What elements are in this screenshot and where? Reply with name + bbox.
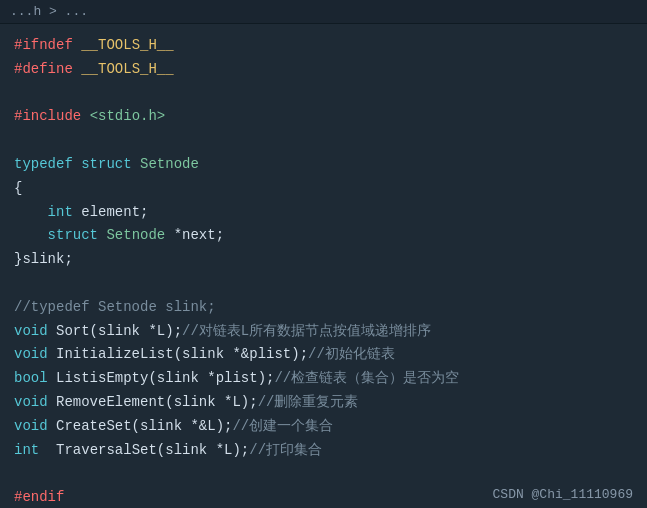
code-token <box>73 61 81 77</box>
code-line: void Sort(slink *L);//对链表L所有数据节点按值域递增排序 <box>14 320 633 344</box>
code-token: *next; <box>165 227 224 243</box>
code-token <box>14 204 48 220</box>
code-token: <stdio.h> <box>90 108 166 124</box>
code-token: Setnode <box>140 156 199 172</box>
code-token: CreateSet(slink *&L); <box>48 418 233 434</box>
code-token: struct <box>48 227 98 243</box>
code-area: #ifndef __TOOLS_H__#define __TOOLS_H__ #… <box>0 24 647 508</box>
breadcrumb-text: ...h > ... <box>10 4 88 19</box>
code-token <box>81 108 89 124</box>
code-token: Setnode <box>106 227 165 243</box>
code-token: Sort(slink *L); <box>48 323 182 339</box>
code-token: int <box>48 204 73 220</box>
code-line: { <box>14 177 633 201</box>
code-token: //删除重复元素 <box>258 394 359 410</box>
code-token <box>132 156 140 172</box>
code-token: void <box>14 418 48 434</box>
code-line: bool ListisEmpty(slink *plist);//检查链表（集合… <box>14 367 633 391</box>
code-line: struct Setnode *next; <box>14 224 633 248</box>
code-line: int TraversalSet(slink *L);//打印集合 <box>14 439 633 463</box>
code-line <box>14 272 633 296</box>
code-token: struct <box>81 156 131 172</box>
code-line: void InitializeList(slink *&plist);//初始化… <box>14 343 633 367</box>
code-token: #include <box>14 108 81 124</box>
code-token: __TOOLS_H__ <box>81 37 173 53</box>
code-line: void RemoveElement(slink *L);//删除重复元素 <box>14 391 633 415</box>
code-line: typedef struct Setnode <box>14 153 633 177</box>
code-line: void CreateSet(slink *&L);//创建一个集合 <box>14 415 633 439</box>
code-token: //检查链表（集合）是否为空 <box>274 370 459 386</box>
code-token: element; <box>73 204 149 220</box>
code-line <box>14 82 633 106</box>
code-token: ListisEmpty(slink *plist); <box>48 370 275 386</box>
code-token: InitializeList(slink *&plist); <box>48 346 308 362</box>
code-token: //typedef Setnode slink; <box>14 299 216 315</box>
watermark: CSDN @Chi_11110969 <box>479 481 647 508</box>
code-token: #ifndef <box>14 37 73 53</box>
code-token: #endif <box>14 489 64 505</box>
code-token <box>73 37 81 53</box>
code-token: //打印集合 <box>249 442 322 458</box>
code-line: //typedef Setnode slink; <box>14 296 633 320</box>
code-token: typedef <box>14 156 73 172</box>
code-token: #define <box>14 61 73 77</box>
code-token: //创建一个集合 <box>232 418 333 434</box>
code-token: void <box>14 323 48 339</box>
code-token: bool <box>14 370 48 386</box>
code-token: void <box>14 394 48 410</box>
code-line: }slink; <box>14 248 633 272</box>
code-token: }slink; <box>14 251 73 267</box>
code-line <box>14 129 633 153</box>
code-token: //对链表L所有数据节点按值域递增排序 <box>182 323 431 339</box>
code-token: __TOOLS_H__ <box>81 61 173 77</box>
code-token <box>14 227 48 243</box>
code-token: int <box>14 442 39 458</box>
code-token: //初始化链表 <box>308 346 395 362</box>
code-line: #ifndef __TOOLS_H__ <box>14 34 633 58</box>
code-token <box>73 156 81 172</box>
code-token: RemoveElement(slink *L); <box>48 394 258 410</box>
code-line: #define __TOOLS_H__ <box>14 58 633 82</box>
code-token: { <box>14 180 22 196</box>
code-token: void <box>14 346 48 362</box>
breadcrumb-bar: ...h > ... <box>0 0 647 24</box>
code-line: #include <stdio.h> <box>14 105 633 129</box>
code-line: int element; <box>14 201 633 225</box>
code-token: TraversalSet(slink *L); <box>39 442 249 458</box>
